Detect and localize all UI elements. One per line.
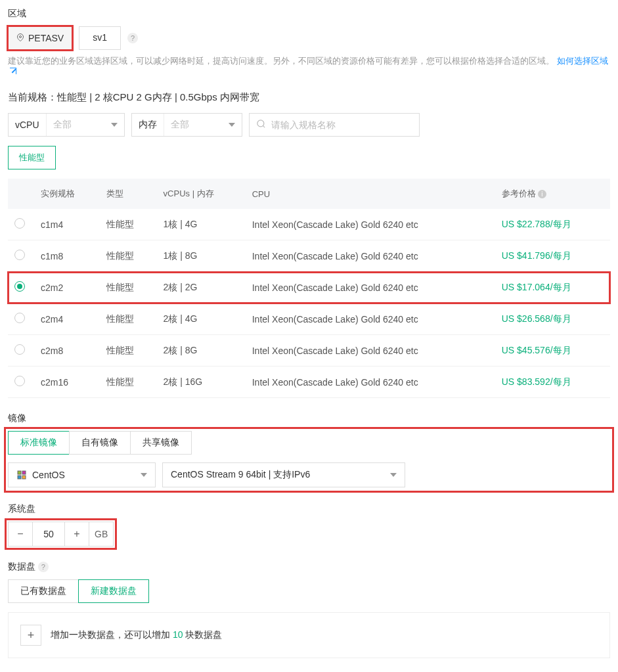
sysdisk-section: 系统盘 − 50 + GB [8,503,610,547]
table-row[interactable]: c2m8 性能型 2核 | 8G Intel Xeon(Cascade Lake… [8,335,610,367]
add-disk-box: + 增加一块数据盘，还可以增加 10 块数据盘 [8,612,610,658]
cell-type: 性能型 [100,303,156,335]
add-disk-text: 增加一块数据盘，还可以增加 10 块数据盘 [51,629,222,641]
region-section: 区域 PETASV sv1 ? 建议靠近您的业务区域选择区域，可以减少网络时延，… [8,8,610,77]
cell-cpu: Intel Xeon(Cascade Lake) Gold 6240 etc [246,240,495,272]
svg-rect-4 [22,471,26,474]
chevron-down-icon [141,473,147,477]
cell-name: c2m8 [34,335,100,367]
row-radio[interactable] [14,281,25,292]
row-radio[interactable] [14,344,25,355]
table-row[interactable]: c2m2 性能型 2核 | 2G Intel Xeon(Cascade Lake… [8,272,610,303]
image-title: 镜像 [8,413,610,424]
col-price: 参考价格i [495,179,610,209]
help-icon[interactable]: ? [38,562,49,572]
cell-cpu: Intel Xeon(Cascade Lake) Gold 6240 etc [246,272,495,303]
cell-name: c1m8 [34,240,100,272]
row-radio[interactable] [14,313,25,323]
cell-name: c1m4 [34,209,100,240]
cell-cpu: Intel Xeon(Cascade Lake) Gold 6240 etc [246,209,495,240]
sysdisk-decrease-button[interactable]: − [9,522,32,546]
col-name: 实例规格 [34,179,100,209]
cell-name: c2m4 [34,303,100,335]
cell-price: US $22.788/每月 [495,209,610,240]
svg-rect-6 [22,476,26,479]
col-type: 类型 [100,179,156,209]
datadisk-section: 数据盘 ? 已有数据盘 新建数据盘 + 增加一块数据盘，还可以增加 10 块数据… [8,561,610,658]
cell-vcpu: 2核 | 16G [157,367,246,398]
tab-existing-disk[interactable]: 已有数据盘 [8,579,79,603]
region-selected-label: PETASV [28,33,64,43]
row-radio[interactable] [14,250,25,260]
cell-name: c2m16 [34,367,100,398]
cell-cpu: Intel Xeon(Cascade Lake) Gold 6240 etc [246,303,495,335]
vcpu-filter[interactable]: vCPU 全部 [8,113,125,137]
cell-type: 性能型 [100,335,156,367]
spec-title: 当前规格：性能型 | 2 核CPU 2 G内存 | 0.5Gbps 内网带宽 [8,91,610,104]
external-link-icon [10,68,16,74]
image-tabs: 标准镜像 自有镜像 共享镜像 [8,431,610,455]
tab-standard-image[interactable]: 标准镜像 [8,431,70,455]
cell-cpu: Intel Xeon(Cascade Lake) Gold 6240 etc [246,335,495,367]
spec-section: 当前规格：性能型 | 2 核CPU 2 G内存 | 0.5Gbps 内网带宽 v… [8,91,610,398]
memory-filter[interactable]: 内存 全部 [131,113,242,137]
cell-type: 性能型 [100,209,156,240]
region-selected-button[interactable]: PETASV [8,26,72,50]
cell-vcpu: 2核 | 8G [157,335,246,367]
region-alt-button[interactable]: sv1 [79,26,121,50]
tab-new-disk[interactable]: 新建数据盘 [78,579,149,603]
row-radio[interactable] [14,218,25,229]
table-row[interactable]: c2m16 性能型 2核 | 16G Intel Xeon(Cascade La… [8,367,610,398]
table-row[interactable]: c1m4 性能型 1核 | 4G Intel Xeon(Cascade Lake… [8,209,610,240]
cell-type: 性能型 [100,367,156,398]
tab-own-image[interactable]: 自有镜像 [69,431,131,455]
sysdisk-stepper: − 50 + GB [8,522,114,547]
info-icon: i [538,190,546,198]
region-hint: 建议靠近您的业务区域选择区域，可以减少网络时延，提高访问速度。另外，不同区域的资… [8,55,610,77]
datadisk-title: 数据盘 ? [8,561,610,573]
cell-vcpu: 2核 | 4G [157,303,246,335]
cell-vcpu: 1核 | 4G [157,209,246,240]
spec-type-tag[interactable]: 性能型 [8,146,56,169]
svg-rect-5 [18,476,21,479]
sysdisk-title: 系统盘 [8,503,610,515]
cell-type: 性能型 [100,240,156,272]
svg-point-1 [257,120,263,127]
svg-rect-3 [18,471,21,474]
spec-search[interactable] [249,113,420,137]
row-radio[interactable] [14,376,25,386]
centos-icon [16,470,27,480]
cell-price: US $26.568/每月 [495,303,610,335]
add-disk-button[interactable]: + [20,625,41,646]
cell-name: c2m2 [34,272,100,303]
svg-line-2 [263,125,265,127]
location-icon [16,33,24,44]
tab-shared-image[interactable]: 共享镜像 [130,431,192,455]
cell-price: US $45.576/每月 [495,335,610,367]
spec-table: 实例规格 类型 vCPUs | 内存 CPU 参考价格i c1m4 性能型 1核… [8,179,610,398]
region-title: 区域 [8,8,610,20]
cell-type: 性能型 [100,272,156,303]
table-row[interactable]: c1m8 性能型 1核 | 8G Intel Xeon(Cascade Lake… [8,240,610,272]
table-row[interactable]: c2m4 性能型 2核 | 4G Intel Xeon(Cascade Lake… [8,303,610,335]
chevron-down-icon [111,123,118,127]
spec-search-input[interactable] [271,120,412,130]
col-vcpu: vCPUs | 内存 [157,179,246,209]
cell-price: US $17.064/每月 [495,272,610,303]
os-version-select[interactable]: CentOS Stream 9 64bit | 支持IPv6 [162,462,405,487]
cell-price: US $83.592/每月 [495,367,610,398]
os-select[interactable]: CentOS [8,462,156,487]
cell-price: US $41.796/每月 [495,240,610,272]
sysdisk-increase-button[interactable]: + [65,522,89,546]
help-icon[interactable]: ? [127,33,138,43]
svg-point-0 [20,35,22,37]
search-icon [256,119,266,131]
sysdisk-value[interactable]: 50 [32,522,65,546]
cell-cpu: Intel Xeon(Cascade Lake) Gold 6240 etc [246,367,495,398]
chevron-down-icon [229,123,235,127]
image-section: 镜像 标准镜像 自有镜像 共享镜像 CentOS CentOS Stream 9… [8,413,610,489]
col-cpu: CPU [246,179,495,209]
cell-vcpu: 1核 | 8G [157,240,246,272]
sysdisk-unit: GB [89,522,113,546]
cell-vcpu: 2核 | 2G [157,272,246,303]
